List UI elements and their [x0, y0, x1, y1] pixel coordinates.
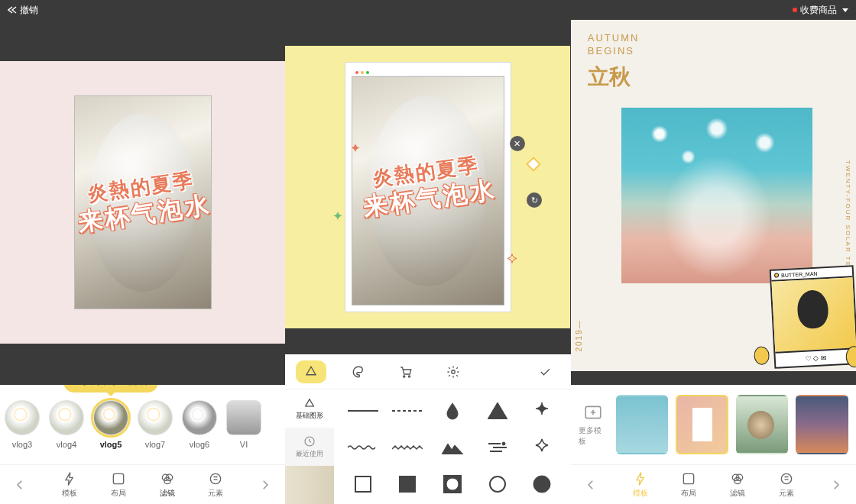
confirm-button[interactable]: [530, 360, 560, 383]
filter-icon: [729, 470, 746, 487]
back-arrow[interactable]: [582, 476, 600, 494]
tab-element[interactable]: 元素: [778, 470, 795, 499]
top-bar: 撤销: [0, 0, 285, 20]
year-label: 2019—: [574, 319, 582, 351]
element-category-bar: [285, 354, 570, 389]
svg-point-20: [533, 476, 550, 493]
svg-point-6: [409, 375, 410, 376]
dot-icon: [793, 8, 797, 12]
shape-triangle-solid[interactable]: [481, 396, 514, 425]
shape-sparkle-solid[interactable]: [525, 396, 559, 425]
liqiu-title: 立秋: [588, 63, 631, 92]
top-bar: [285, 0, 570, 20]
top-bar: 收费商品: [571, 0, 856, 20]
svg-point-18: [446, 478, 459, 490]
template-thumb-1[interactable]: [616, 395, 669, 454]
tab-layout[interactable]: 布局: [680, 470, 697, 499]
sky-photo[interactable]: [621, 108, 812, 283]
tab-filter[interactable]: 滤镜: [159, 470, 176, 499]
shape-drop[interactable]: [436, 396, 469, 425]
svg-point-14: [502, 442, 505, 445]
filter-vi[interactable]: [226, 400, 261, 435]
paid-label: 收费商品: [800, 4, 837, 17]
shape-circle-solid[interactable]: [525, 470, 559, 499]
element-icon: [207, 470, 224, 487]
tab-template[interactable]: 模板: [632, 470, 649, 499]
side-recent[interactable]: 最近使用: [285, 428, 334, 466]
filter-vlog5[interactable]: [93, 400, 128, 435]
sparkle-icon: [505, 253, 519, 267]
scale-handle[interactable]: [527, 157, 542, 172]
shape-sidebar: 基础图形 最近使用: [285, 389, 334, 504]
filter-strip[interactable]: 2 vlog3 vlog4 长按可以收藏滤镜 vlog5 vlog7 vl: [0, 385, 285, 464]
more-templates-button[interactable]: 更多模板: [579, 402, 608, 447]
tab-template[interactable]: 模板: [61, 470, 78, 499]
sparkle-icon: [349, 142, 362, 156]
shape-circle-outline[interactable]: [481, 470, 514, 499]
svg-rect-15: [355, 477, 371, 492]
side-more[interactable]: [285, 466, 334, 504]
chevron-down-icon: [842, 8, 848, 12]
undo-button[interactable]: 撤销: [8, 4, 38, 17]
screen-filter: 撤销 炎熱的夏季 来杯气泡水 2 vlog3 vlog4: [0, 0, 285, 504]
polaroid-sticker[interactable]: BUTTER_MAN ♡ ◇ ✉: [769, 265, 855, 369]
polaroid-username: BUTTER_MAN: [781, 270, 818, 277]
canvas-area[interactable]: 炎熱的夏季 来杯气泡水 ✕ ↻: [285, 20, 570, 354]
svg-rect-22: [684, 473, 694, 483]
canvas-area[interactable]: AUTUMNBEGINS 立秋 2019— TWENTY-FOUR SOLAR …: [571, 20, 856, 385]
paid-products-button[interactable]: 收费商品: [793, 4, 848, 17]
shape-wave[interactable]: [346, 433, 380, 462]
element-icon: [778, 470, 795, 487]
tab-element[interactable]: 元素: [207, 470, 224, 499]
template-strip: 更多模板: [571, 385, 856, 464]
svg-point-26: [781, 473, 791, 483]
side-basic-shapes[interactable]: 基础图形: [285, 389, 334, 428]
photo-preview[interactable]: [74, 95, 212, 309]
tab-filter[interactable]: 滤镜: [729, 470, 746, 499]
svg-point-7: [452, 370, 456, 373]
shape-line-solid[interactable]: [346, 396, 380, 425]
shape-mountain[interactable]: [436, 433, 469, 462]
shape-square-outline[interactable]: [346, 470, 380, 499]
forward-arrow[interactable]: [827, 476, 845, 494]
template-thumb-4[interactable]: [796, 395, 848, 454]
layout-icon: [680, 470, 697, 487]
template-thumb-2[interactable]: [676, 395, 728, 454]
sparkle-icon: [331, 210, 345, 224]
undo-icon: [8, 6, 17, 14]
shape-line-dashed[interactable]: [391, 396, 424, 425]
shape-grid: [334, 389, 570, 504]
tab-layout[interactable]: 布局: [110, 470, 127, 499]
window-controls: [352, 69, 504, 76]
cat-shapes[interactable]: [296, 360, 326, 383]
delete-handle[interactable]: ✕: [510, 136, 525, 151]
forward-arrow[interactable]: [256, 476, 274, 494]
shape-circle-cutout[interactable]: [436, 470, 469, 499]
bottom-tabbar: 模板 布局 滤镜 元素: [0, 464, 285, 504]
canvas-area[interactable]: 炎熱的夏季 来杯气泡水: [0, 20, 285, 385]
cat-store[interactable]: [391, 360, 421, 383]
shape-square-solid[interactable]: [391, 470, 424, 499]
filter-icon: [159, 470, 176, 487]
svg-rect-0: [113, 473, 123, 483]
bottom-tabbar: 模板 布局 滤镜 元素: [571, 464, 856, 504]
screen-templates: 收费商品 AUTUMNBEGINS 立秋 2019— TWENTY-FOUR S…: [571, 0, 856, 504]
undo-label: 撤销: [20, 4, 38, 17]
cat-palette[interactable]: [343, 360, 374, 383]
shape-sparkle-outline[interactable]: [525, 433, 559, 462]
filter-vlog4[interactable]: [49, 400, 84, 435]
svg-rect-16: [399, 476, 416, 493]
template-icon: [632, 470, 649, 487]
template-icon: [61, 470, 78, 487]
template-thumb-3[interactable]: [736, 395, 789, 454]
shape-zigzag[interactable]: [391, 433, 424, 462]
filter-vlog6[interactable]: [182, 400, 217, 435]
photo-frame[interactable]: [345, 62, 511, 312]
rotate-handle[interactable]: ↻: [527, 192, 542, 208]
filter-vlog3[interactable]: [5, 400, 40, 435]
shape-haze[interactable]: [481, 433, 514, 462]
svg-point-19: [490, 477, 505, 492]
filter-vlog7[interactable]: [138, 400, 173, 435]
cat-settings[interactable]: [438, 360, 469, 383]
back-arrow[interactable]: [11, 476, 29, 494]
